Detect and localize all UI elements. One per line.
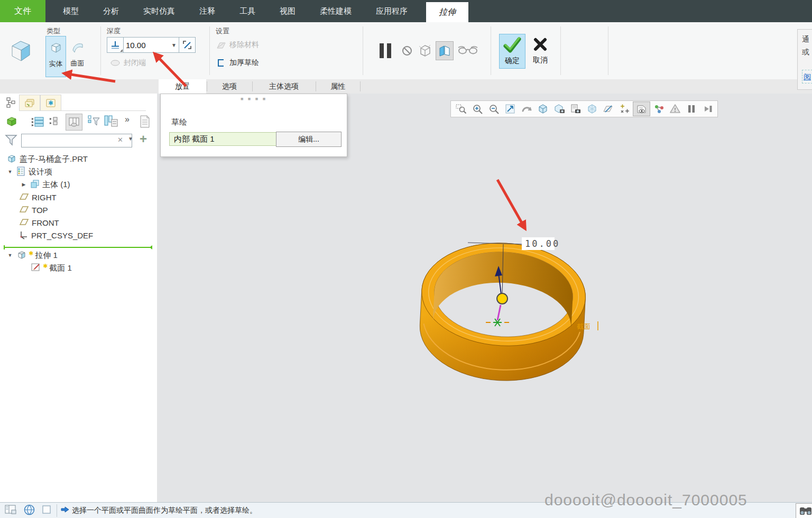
solid-type-label: 实体	[49, 59, 63, 69]
tree-item-label: 设计项	[29, 167, 52, 177]
tree-search-input[interactable]	[21, 134, 132, 147]
graphics-area[interactable]: 10.00 截面 ■ ■ ■ ■ 草绘 内部 截面 1 编辑...	[157, 94, 812, 502]
tab-model[interactable]: 模型	[51, 0, 91, 22]
tree-item-front-plane[interactable]: FRONT	[0, 216, 157, 229]
shaded-preview-icon	[438, 44, 451, 58]
menu-tabs: 模型 分析 实时仿真 注释 工具 视图 柔性建模 应用程序	[51, 0, 420, 22]
tab-body-options[interactable]: 主体选项	[253, 79, 315, 94]
watermark-text: dooooit@dooooit_7000005	[545, 491, 748, 509]
statusbar-separator	[57, 504, 57, 517]
tab-applications[interactable]: 应用程序	[364, 0, 420, 22]
thicken-sketch-option[interactable]: 加厚草绘	[216, 58, 259, 68]
solid-type-button[interactable]: 实体	[45, 36, 66, 77]
glasses-icon	[457, 44, 478, 56]
panel-grip-icon[interactable]: ■ ■ ■ ■	[161, 96, 347, 101]
tab-separator	[252, 81, 253, 91]
verify-glasses-button[interactable]	[457, 43, 479, 57]
no-preview-button[interactable]	[400, 43, 414, 58]
tree-settings-icon[interactable]	[104, 115, 118, 127]
expand-caret-icon[interactable]: ▼	[6, 169, 14, 174]
tree-item-right-plane[interactable]: RIGHT	[0, 191, 157, 204]
clear-search-icon[interactable]: ✕	[117, 136, 123, 144]
tab-properties[interactable]: 属性	[316, 79, 359, 94]
tree-item-csys[interactable]: PRT_CSYS_DEF	[0, 229, 157, 242]
extrude-dashboard: 类型 实体 曲面 深度	[0, 22, 812, 80]
ribbon-separator	[560, 26, 561, 75]
tree-item-top-plane[interactable]: TOP	[0, 204, 157, 216]
shaded-preview-button[interactable]	[436, 41, 454, 60]
tree-item-body[interactable]: ▶ 主体 (1)	[0, 178, 157, 191]
model-tree: 盖子-马桶盒子.PRT ▼ 设计项 ▶	[0, 153, 157, 274]
toolbar-overflow-icon[interactable]: »	[125, 115, 130, 124]
depth-dropdown-caret-icon[interactable]: ▼	[168, 42, 180, 48]
show-tree-icon[interactable]	[5, 115, 18, 127]
tree-report-icon[interactable]	[139, 115, 151, 128]
tree-item-extrude1[interactable]: ▼ ✱ 拉伸 1	[0, 249, 157, 262]
tab-view[interactable]: 视图	[267, 0, 308, 22]
tooltip-link[interactable]: 阅	[802, 70, 812, 84]
depth-value-input[interactable]	[124, 41, 168, 50]
sketch-collector-field[interactable]: 内部 截面 1	[169, 132, 280, 146]
tab-annotate[interactable]: 注释	[187, 0, 227, 22]
menu-bar: 文件 模型 分析 实时仿真 注释 工具 视图 柔性建模 应用程序 拉伸	[0, 0, 812, 22]
section-plane-label[interactable]: 截面	[577, 321, 598, 330]
tree-item-design-items[interactable]: ▼ 设计项	[0, 165, 157, 178]
expand-caret-icon[interactable]: ▶	[20, 182, 27, 187]
depth-drag-handle[interactable]	[497, 293, 508, 304]
tab-options[interactable]: 选项	[207, 79, 252, 94]
insertion-locator[interactable]	[0, 243, 157, 248]
tab-tools[interactable]: 工具	[227, 0, 267, 22]
tree-item-part-root[interactable]: 盖子-马桶盒子.PRT	[0, 153, 157, 165]
tab-flexible-modeling[interactable]: 柔性建模	[308, 0, 364, 22]
tab-separator	[316, 81, 316, 91]
ribbon-separator	[608, 26, 608, 75]
ok-check-icon	[503, 36, 522, 54]
accessory-window-icon[interactable]	[42, 505, 51, 516]
tree-tab-folders[interactable]	[19, 95, 40, 110]
ok-button[interactable]: 确定	[499, 34, 525, 69]
tree-item-section1[interactable]: ✱ 截面 1	[0, 262, 157, 274]
part-icon	[6, 154, 17, 165]
folders-icon	[24, 98, 35, 108]
remove-material-icon	[216, 40, 226, 50]
navigator-toggle-icon[interactable]	[4, 504, 17, 517]
pause-button[interactable]	[375, 40, 395, 61]
tab-extrude-active[interactable]: 拉伸	[426, 2, 468, 22]
expand-caret-icon[interactable]: ▼	[6, 253, 14, 258]
thicken-sketch-icon	[216, 58, 226, 68]
group-label-settings: 设置	[216, 26, 229, 36]
tree-item-label: 盖子-马桶盒子.PRT	[20, 154, 88, 164]
file-menu-button[interactable]: 文件	[0, 0, 45, 22]
tab-placement[interactable]: 放置	[159, 79, 206, 94]
surface-type-label: 曲面	[71, 59, 85, 68]
surface-type-button[interactable]: 曲面	[68, 36, 87, 76]
extruded-ring-model[interactable]	[417, 239, 588, 385]
depth-type-button[interactable]	[107, 38, 124, 52]
pause-icon	[377, 42, 393, 59]
cancel-button[interactable]: 取消	[528, 34, 553, 68]
tree-filter-icon[interactable]	[87, 115, 100, 127]
tree-columns-icon[interactable]	[66, 114, 82, 131]
datum-plane-icon	[19, 192, 29, 202]
solid-cube-icon	[49, 41, 63, 56]
regen-asterisk-icon: ✱	[29, 250, 33, 257]
wireframe-preview-button[interactable]	[417, 42, 433, 59]
svg-text:10.00: 10.00	[525, 238, 560, 249]
search-dropdown-caret-icon[interactable]: ▼	[128, 136, 133, 142]
tree-item-label: RIGHT	[32, 193, 57, 202]
depth-dimension-label[interactable]: 10.00	[522, 237, 560, 250]
add-filter-plus-icon[interactable]: +	[140, 132, 147, 146]
datum-plane-icon	[19, 218, 29, 228]
tab-live-simulation[interactable]: 实时仿真	[131, 0, 187, 22]
tree-items-list-icon[interactable]	[31, 116, 45, 127]
clipped-help-tooltip: 通 或 阅	[797, 29, 812, 90]
navigator-structure-icon[interactable]	[5, 97, 16, 108]
flip-direction-button[interactable]	[179, 37, 196, 53]
tree-collapse-list-icon[interactable]	[49, 116, 62, 127]
browser-toggle-icon[interactable]	[23, 504, 35, 518]
edit-sketch-button[interactable]: 编辑...	[276, 132, 342, 147]
find-tool[interactable]	[796, 503, 812, 518]
body-icon	[30, 179, 40, 190]
tab-analysis[interactable]: 分析	[91, 0, 131, 22]
tree-tab-favorites[interactable]: ✱	[40, 95, 61, 110]
